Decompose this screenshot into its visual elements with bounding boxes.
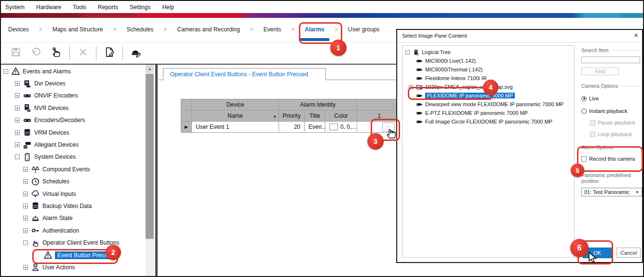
nvr-icon [23, 104, 31, 112]
pc-icon [23, 152, 31, 161]
nav-tab[interactable]: Devices > [8, 26, 53, 33]
expander-icon[interactable]: + [23, 216, 28, 221]
close-icon[interactable]: × [634, 31, 638, 40]
tree-item[interactable]: - System Devices [2, 151, 145, 163]
expander-icon[interactable]: + [23, 192, 28, 196]
expander-icon[interactable]: + [15, 118, 20, 123]
tree-item[interactable]: - Events and Alarms [2, 65, 145, 77]
nav-tab[interactable]: Schedules > [126, 26, 177, 33]
column-header-name[interactable]: Name ▲ [192, 111, 279, 122]
expander-icon[interactable]: + [23, 179, 28, 184]
tree-item[interactable]: + Authentication [2, 224, 145, 236]
column-header-priority[interactable]: Priority [279, 111, 305, 122]
tree-item[interactable]: + Encoders/Decoders [2, 114, 145, 126]
menu-item[interactable]: System [5, 4, 25, 11]
tree-item[interactable]: - Operator Client Event Buttons [2, 236, 145, 249]
tree-item[interactable]: + Dvr Devices [2, 77, 145, 89]
toolbar-button[interactable] [10, 47, 22, 59]
find-button[interactable]: Find [581, 68, 619, 75]
tree-item[interactable]: + Compound Events [2, 163, 145, 175]
radio-option[interactable]: Instant playback [581, 108, 642, 114]
cancel-button[interactable]: Cancel [617, 248, 641, 258]
toolbar-button[interactable] [51, 47, 62, 59]
row-selector-cell[interactable]: ▶ [181, 122, 192, 133]
logical-tree-item[interactable]: Full Image Circle FLEXIDOME IP panoramic… [402, 117, 574, 126]
cell-priority[interactable]: 20 [279, 122, 305, 133]
tree-item[interactable]: + Virtual Inputs [2, 188, 145, 200]
menu-item[interactable]: Help [162, 4, 174, 11]
color-swatch[interactable] [329, 124, 338, 130]
scrollbar-thumb[interactable] [146, 74, 154, 239]
group-header-alarm-identity[interactable]: Alarm Identity [279, 99, 357, 111]
main-content-tab[interactable]: Operator Client Event Buttons - Event Bu… [163, 68, 326, 80]
group-header-device[interactable]: Device [192, 99, 279, 111]
main-content-tab-label: Operator Client Event Buttons - Event Bu… [170, 71, 308, 78]
nav-tab[interactable]: Maps and Structure > [53, 26, 127, 33]
expander-icon[interactable]: + [15, 93, 20, 98]
checkbox-option[interactable]: Pause playback [590, 120, 642, 125]
tree-item-label: ONVIF Encoders [34, 92, 78, 99]
search-input[interactable] [581, 56, 640, 63]
expander-icon[interactable]: + [23, 167, 28, 172]
brand-gradient-bar [1, 13, 643, 18]
annotation-badge-6: 6 [570, 239, 589, 257]
expander-icon[interactable]: + [15, 130, 20, 135]
annotation-badge-1: 1 [330, 40, 347, 56]
menu-item[interactable]: Hardware [36, 4, 61, 11]
cell-color[interactable]: 0, 0,... [325, 122, 357, 133]
scroll-up-icon[interactable]: ▲ [146, 65, 154, 73]
column-header-title[interactable]: Title [305, 111, 325, 122]
tree-scrollbar[interactable]: ▲ [146, 65, 154, 276]
expander-icon[interactable]: + [15, 142, 20, 147]
tree-item[interactable]: + Allegiant Devices [2, 138, 145, 151]
toolbar-button[interactable] [104, 47, 115, 59]
toolbar-button[interactable] [96, 46, 96, 60]
tree-item-label: User Actions [42, 264, 75, 271]
menu-item[interactable]: Tools [73, 4, 86, 11]
hand-cursor-icon [385, 125, 397, 141]
logical-tree-item[interactable]: E-PTZ FLEXIDOME IP panoramic 7000 MP [402, 109, 574, 117]
column-header-color[interactable]: Color [325, 111, 357, 122]
tree-item[interactable]: + NVR Devices [2, 102, 145, 114]
expander-icon[interactable]: + [23, 204, 28, 208]
expander-icon[interactable]: - [3, 69, 8, 74]
menu-item[interactable]: Reports [98, 4, 118, 11]
table-corner-cell [181, 99, 192, 111]
expander-icon[interactable]: - [405, 50, 410, 55]
checkbox-option[interactable]: Loop playback [590, 131, 642, 137]
expander-icon[interactable]: - [15, 154, 20, 159]
camera-icon [416, 119, 423, 125]
nav-tab[interactable]: User groups > [348, 26, 379, 33]
logical-tree-item[interactable]: MIC9000i Live(1.142) [402, 56, 574, 65]
expander-icon[interactable]: + [23, 265, 28, 270]
expander-icon[interactable]: + [15, 106, 20, 111]
tree-item[interactable]: + VRM Devices [2, 126, 145, 138]
toolbar-button[interactable] [122, 46, 123, 60]
panoramic-position-dropdown[interactable]: 01: Test Panoramic ▼ [581, 188, 642, 196]
menu-item[interactable]: Settings [130, 4, 150, 11]
nav-tab[interactable]: Cameras and Recording > [177, 26, 264, 33]
tree-item[interactable]: + Alarm State [2, 212, 145, 224]
cell-title[interactable]: Even... [305, 122, 325, 133]
tree-item[interactable]: + ONVIF Encoders [2, 90, 145, 102]
radio-option[interactable]: Live [581, 96, 642, 101]
toolbar-button[interactable] [30, 47, 42, 59]
column-header-name-label: Name [228, 112, 243, 119]
tree-item[interactable]: + Schedules [2, 176, 145, 188]
logical-tree-item[interactable]: MIC9000iThermal (.142) [402, 65, 574, 74]
camera-icon [416, 101, 423, 108]
toolbar-button[interactable] [77, 47, 89, 59]
toolbar-button[interactable] [130, 47, 142, 59]
toolbar-button[interactable] [69, 46, 70, 60]
expander-icon[interactable]: - [23, 240, 28, 245]
camera-options-label: Camera Options [581, 83, 618, 89]
logical-tree-item[interactable]: - Logical Tree [402, 48, 574, 56]
tree-item[interactable]: + Backup Video Data [2, 200, 145, 212]
expander-icon[interactable]: + [15, 81, 20, 86]
expander-icon[interactable]: + [23, 228, 28, 233]
logical-tree-item-label: MIC9000i Live(1.142) [425, 58, 476, 64]
logical-tree-item[interactable]: Dewarped view mode FLEXIDOME IP panorami… [402, 100, 574, 109]
warning-icon [11, 67, 20, 76]
sort-ascending-icon[interactable]: ▲ [273, 114, 277, 118]
cell-name[interactable]: User Event 1 [192, 122, 279, 133]
